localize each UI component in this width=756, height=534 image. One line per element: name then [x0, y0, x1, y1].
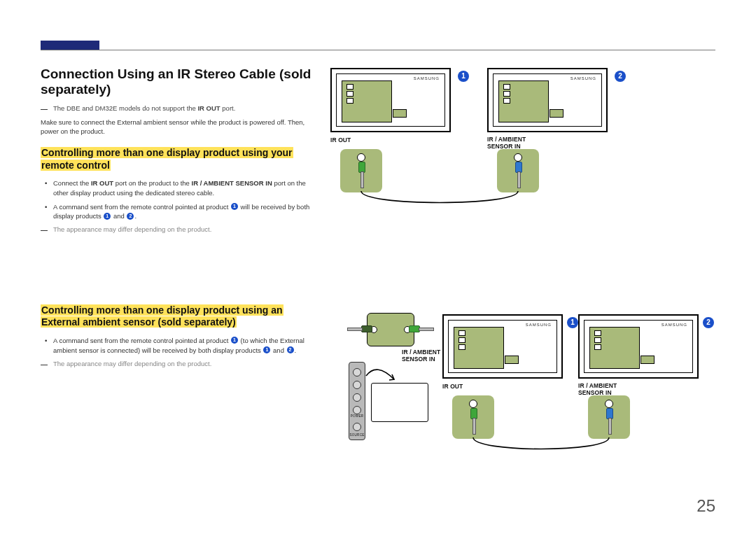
note1-bold: IR OUT	[197, 104, 220, 112]
pcb-port-icon	[594, 330, 601, 336]
diagram2-monitor-1: SAMSUNG	[442, 314, 563, 379]
diagram1-portbox-irout	[340, 149, 382, 192]
note-text: The DBE and DM32E models do not support …	[53, 104, 235, 113]
s1b1-mid: port on the product to the	[113, 179, 191, 187]
note-dash-icon	[41, 365, 48, 365]
monitor-pcb	[454, 327, 504, 369]
irambient-label: IR / AMBIENT SENSOR IN	[487, 136, 543, 150]
chapter-marker	[41, 41, 99, 50]
spacer	[41, 239, 318, 293]
remote-btn-icon	[353, 423, 361, 431]
external-sensor-box-icon	[371, 383, 428, 422]
bullet-s1-1: Connect the IR OUT port on the product t…	[53, 178, 318, 198]
left-column: Connection Using an IR Stereo Cable (sol…	[41, 66, 318, 372]
bullet-s2-1: A command sent from the remote control p…	[53, 336, 318, 356]
samsung-logo: SAMSUNG	[570, 76, 596, 80]
jack-shaft-icon	[360, 171, 364, 188]
note1-post: port.	[220, 104, 236, 112]
monitor-frame: SAMSUNG	[578, 314, 699, 379]
diagram1-monitor-1: SAMSUNG	[330, 68, 451, 132]
body-text-1: Make sure to connect the External ambien…	[41, 118, 318, 136]
diagram2-badge-1: 1	[567, 317, 578, 328]
s1b1-pre: Connect the	[53, 179, 91, 187]
page: Connection Using an IR Stereo Cable (sol…	[0, 0, 756, 534]
socket-icon	[605, 400, 613, 408]
pcb-slot-icon	[393, 109, 407, 118]
diagram2-irout-label: IR OUT	[442, 383, 463, 390]
num-badge-2b: 2	[287, 346, 294, 353]
pcb-port-icon	[594, 337, 601, 343]
remote-btn-icon	[353, 406, 361, 414]
num-badge-1c: 1	[231, 337, 238, 344]
subheading-2: Controlling more than one display produc…	[41, 304, 318, 329]
num-badge-2: 2	[127, 213, 134, 220]
green-jack-icon	[409, 325, 437, 331]
diagram2-badge-2: 2	[703, 317, 714, 328]
subheading-2-text: Controlling more than one display produc…	[41, 304, 284, 328]
pcb-port-icon	[458, 337, 465, 343]
jack-shaft-icon	[419, 328, 434, 331]
green-jack-icon	[470, 408, 476, 437]
pcb-port-icon	[346, 98, 354, 104]
green-jack-icon	[358, 162, 364, 191]
blue-jack-icon	[515, 162, 521, 191]
socket-icon	[357, 153, 365, 162]
monitor-pcb	[498, 80, 549, 122]
diagram-area: 1 2 SAMSUNG	[328, 66, 715, 506]
diagram1-badge-1: 1	[458, 71, 469, 82]
diagram-2: 1 2	[328, 313, 720, 467]
jack-shaft-icon	[517, 171, 521, 188]
note1-pre: The DBE and DM32E models do not support …	[53, 104, 197, 112]
diagram2-irambient-label-right: IR / AMBIENT SENSOR IN	[578, 383, 634, 397]
diagram-1: 1 2 SAMSUNG	[328, 66, 720, 213]
jack-shaft-icon	[608, 418, 612, 435]
note-irout-support: The DBE and DM32E models do not support …	[41, 104, 318, 113]
diagram1-monitor-2: SAMSUNG	[487, 68, 608, 132]
diagram2-portbox-irout	[452, 395, 494, 439]
top-rule	[41, 50, 715, 50]
num-badge-1b: 1	[104, 213, 111, 220]
s2b1-d: .	[295, 346, 297, 354]
jack-shaft-icon	[472, 418, 476, 435]
note-dash-icon	[41, 230, 48, 231]
jack-handle-icon	[361, 325, 372, 332]
socket-icon	[514, 153, 522, 162]
pcb-port-icon	[458, 344, 465, 350]
appearance-text-1: The appearance may differ depending on t…	[53, 225, 211, 234]
pcb-port-icon	[346, 91, 354, 97]
pcb-slot-icon	[640, 356, 654, 364]
diagram1-badge-2: 2	[615, 71, 626, 82]
pcb-port-icon	[346, 84, 354, 90]
samsung-logo: SAMSUNG	[662, 323, 687, 327]
page-title: Connection Using an IR Stereo Cable (sol…	[41, 66, 318, 97]
subheading-1: Controlling more than one display produc…	[41, 147, 318, 171]
s1b2-c: and	[111, 212, 126, 220]
dark-green-jack-icon	[344, 325, 372, 331]
remote-control-icon: POWER SOURCE	[349, 362, 365, 440]
irout-label: IR OUT	[330, 136, 351, 143]
monitor-pcb	[342, 80, 392, 122]
s1b2-d: .	[134, 212, 136, 220]
num-badge-1d: 1	[263, 346, 270, 353]
appearance-note-1: The appearance may differ depending on t…	[41, 225, 318, 234]
samsung-logo: SAMSUNG	[526, 323, 552, 327]
monitor-frame: SAMSUNG	[330, 68, 451, 132]
subheading-1-text: Controlling more than one display produc…	[41, 147, 293, 171]
remote-btn-icon	[353, 368, 361, 377]
note-dash-icon	[41, 109, 48, 110]
monitor-frame: SAMSUNG	[487, 68, 608, 132]
socket-icon	[469, 400, 477, 408]
pcb-port-icon	[503, 98, 510, 104]
bullet-list-2: A command sent from the remote control p…	[41, 336, 318, 356]
appearance-text-2: The appearance may differ depending on t…	[53, 360, 211, 369]
s1b1-bold2: IR / AMBIENT SENSOR IN	[192, 179, 272, 187]
remote-power-label: POWER	[349, 414, 365, 418]
num-badge-1: 1	[231, 203, 238, 210]
samsung-logo: SAMSUNG	[414, 76, 440, 80]
bullet-list-1: Connect the IR OUT port on the product t…	[41, 178, 318, 221]
pcb-port-icon	[594, 344, 601, 350]
appearance-note-2: The appearance may differ depending on t…	[41, 360, 318, 369]
page-number: 25	[696, 496, 715, 516]
diagram2-monitor-2: SAMSUNG	[578, 314, 699, 379]
pcb-port-icon	[503, 91, 510, 97]
